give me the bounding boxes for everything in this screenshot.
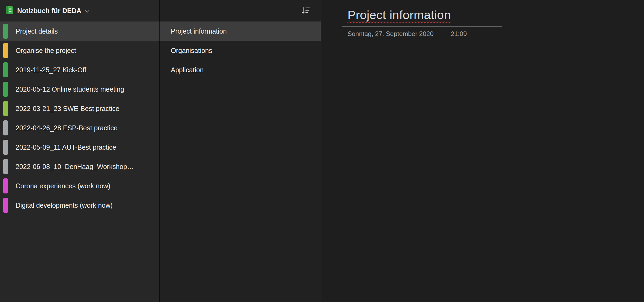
section-color-tab	[3, 178, 8, 193]
section-color-tab	[3, 140, 8, 155]
column-divider	[159, 0, 160, 302]
app-window: Notizbuch für DEDA Project details Organ…	[0, 0, 644, 302]
section-item[interactable]: Project details	[0, 21, 159, 41]
section-item[interactable]: Organise the project	[0, 41, 159, 60]
section-color-tab	[3, 101, 8, 116]
page-list: Project information Organisations Applic…	[160, 21, 321, 80]
section-list: Project details Organise the project 201…	[0, 21, 159, 215]
chevron-down-icon	[85, 9, 89, 14]
section-item[interactable]: 2022-06-08_10_DenHaag_Workshop…	[0, 157, 159, 176]
section-label: 2022-06-08_10_DenHaag_Workshop…	[16, 163, 138, 171]
section-color-tab	[3, 120, 8, 135]
note-title[interactable]: Project information	[348, 8, 451, 22]
section-color-tab	[3, 43, 8, 58]
section-item[interactable]: 2022-05-09_11 AUT-Best practice	[0, 138, 159, 157]
section-item[interactable]: 2019-11-25_27 Kick-Off	[0, 60, 159, 80]
sort-button[interactable]	[301, 0, 311, 21]
sort-descending-icon	[301, 6, 311, 16]
section-item[interactable]: 2020-05-12 Online students meeting	[0, 80, 159, 99]
note-time[interactable]: 21:09	[451, 30, 467, 38]
page-item[interactable]: Application	[160, 60, 321, 80]
section-label: 2020-05-12 Online students meeting	[16, 85, 128, 93]
section-label: 2022-03-21_23 SWE-Best practice	[16, 105, 123, 113]
notebook-icon	[5, 6, 13, 16]
notebook-title: Notizbuch für DEDA	[17, 7, 81, 15]
section-item[interactable]: Digital developments (work now)	[0, 196, 159, 215]
column-divider	[321, 0, 321, 302]
section-color-tab	[3, 24, 8, 39]
section-item[interactable]: 2022-04-26_28 ESP-Best practice	[0, 118, 159, 138]
section-color-tab	[3, 82, 8, 97]
section-color-tab	[3, 159, 8, 174]
title-divider	[342, 26, 502, 27]
notebook-switcher[interactable]: Notizbuch für DEDA	[0, 0, 159, 21]
section-color-tab	[3, 198, 8, 213]
note-meta: Sonntag, 27. September 2020 21:09	[348, 30, 644, 38]
section-item[interactable]: Corona experiences (work now)	[0, 176, 159, 196]
section-label: 2022-05-09_11 AUT-Best practice	[16, 143, 120, 151]
pages-sidebar: Project information Organisations Applic…	[160, 0, 321, 302]
section-label: Project details	[16, 27, 61, 35]
page-item[interactable]: Project information	[160, 21, 321, 41]
note-editor: Project information Sonntag, 27. Septemb…	[321, 0, 644, 302]
page-label: Organisations	[171, 47, 216, 55]
section-item[interactable]: 2022-03-21_23 SWE-Best practice	[0, 99, 159, 118]
page-label: Application	[171, 66, 207, 74]
section-label: 2022-04-26_28 ESP-Best practice	[16, 124, 121, 132]
section-label: 2019-11-25_27 Kick-Off	[16, 66, 90, 74]
pages-header	[160, 0, 321, 21]
section-label: Digital developments (work now)	[16, 202, 116, 209]
section-color-tab	[3, 62, 8, 77]
note-date[interactable]: Sonntag, 27. September 2020	[348, 30, 433, 38]
page-item[interactable]: Organisations	[160, 41, 321, 60]
page-label: Project information	[171, 27, 230, 35]
sections-sidebar: Notizbuch für DEDA Project details Organ…	[0, 0, 159, 302]
section-label: Organise the project	[16, 47, 80, 55]
section-label: Corona experiences (work now)	[16, 182, 114, 190]
